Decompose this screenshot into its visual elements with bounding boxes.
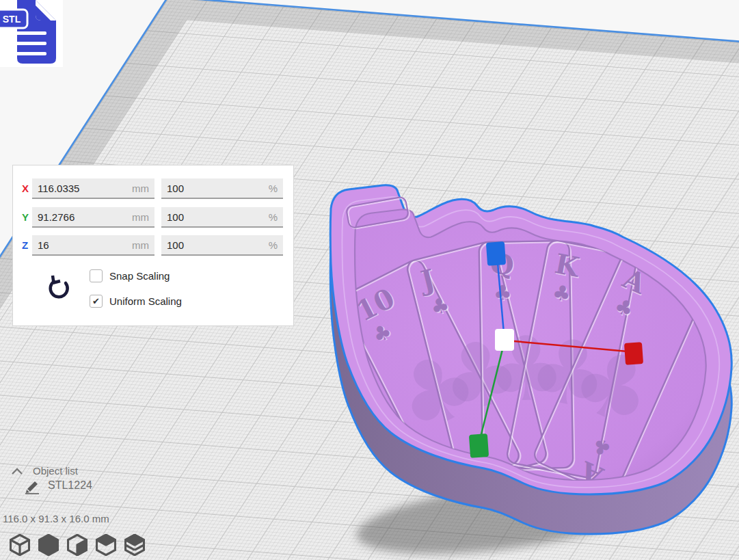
percent-unit-label: % [269,211,278,223]
scale-row-z: Z 16 mm 100 % [13,235,293,256]
stl-file-icon: STL [0,0,63,67]
scale-z-percent-value: 100 [167,239,184,251]
scale-z-mm-input[interactable]: 16 mm [32,235,154,256]
axis-y-label: Y [22,211,29,223]
scale-y-mm-input[interactable]: 91.2766 mm [32,207,154,228]
model-dimensions-label: 116.0 x 91.3 x 16.0 mm [3,513,109,524]
scale-row-y: Y 91.2766 mm 100 % [13,207,293,228]
scale-y-mm-value: 91.2766 [38,211,75,223]
uniform-scaling-label: Uniform Scaling [109,295,182,307]
uniform-scaling-row: ✔ Uniform Scaling [90,295,182,308]
scale-y-percent-value: 100 [167,211,184,223]
dont-support-overlaps-icon[interactable] [96,534,116,556]
print-as-support-icon[interactable] [38,534,59,556]
viewport: 1010♣♣♣JJ♣♣♣QQ♣♣♣KK♣♣♣AA♣♣♣A♣ STL X [0,0,739,560]
object-list-item-name[interactable]: STL1224 [48,479,92,492]
gizmo-y-handle[interactable] [469,434,489,458]
snap-scaling-label: Snap Scaling [109,270,170,282]
gizmo-x-handle[interactable] [624,342,643,365]
checkmark-icon: ✔ [92,297,100,306]
mm-unit-label: mm [132,211,149,223]
snap-scaling-checkbox[interactable]: ✔ [90,269,103,282]
axis-x-label: X [22,183,29,194]
uniform-scaling-checkbox[interactable]: ✔ [90,295,103,308]
chevron-up-icon[interactable] [10,466,25,477]
scale-x-percent-input[interactable]: 100 % [161,178,283,199]
model-3d-view[interactable]: 1010♣♣♣JJ♣♣♣QQ♣♣♣KK♣♣♣AA♣♣♣A♣ [301,174,739,560]
reset-scale-button[interactable] [44,275,73,304]
anti-overhang-mesh-icon[interactable] [124,534,145,556]
scale-x-percent-value: 100 [167,183,184,194]
pencil-icon[interactable] [23,479,41,495]
percent-unit-label: % [269,183,278,194]
scale-y-percent-input[interactable]: 100 % [161,207,283,228]
axis-z-label: Z [22,239,28,251]
mm-unit-label: mm [132,183,149,194]
object-list-header[interactable]: Object list [33,465,78,477]
percent-unit-label: % [269,239,278,251]
scale-x-mm-value: 116.0335 [38,183,79,194]
gizmo-center-handle[interactable] [495,329,514,351]
scale-x-mm-input[interactable]: 116.0335 mm [32,178,154,199]
mm-unit-label: mm [132,239,149,251]
stl-file-card: STL [0,0,63,67]
modify-overlaps-mesh-icon[interactable] [67,534,88,556]
scale-z-percent-input[interactable]: 100 % [161,235,283,256]
stl-badge-label: STL [3,14,21,25]
mesh-type-toolbar [10,534,145,556]
normal-mesh-icon[interactable] [10,534,30,556]
scale-z-mm-value: 16 [38,239,49,251]
scale-row-x: X 116.0335 mm 100 % [13,178,293,199]
gizmo-z-handle[interactable] [486,241,506,266]
club-suit-icon: ♣ [494,280,513,304]
snap-scaling-row: ✔ Snap Scaling [90,269,170,282]
scale-tool-panel: X 116.0335 mm 100 % Y 91.2766 mm 100 % Z [12,165,294,326]
